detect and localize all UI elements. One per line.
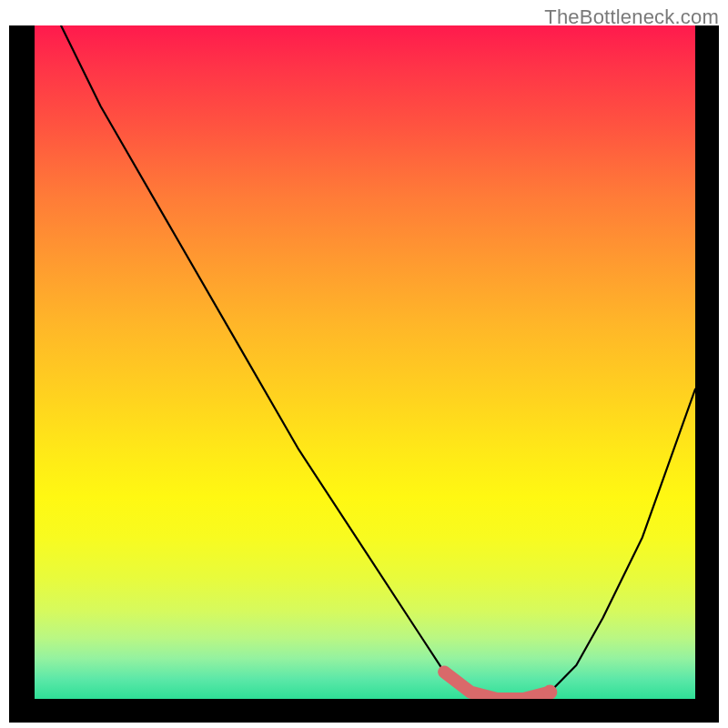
watermark-text: TheBottleneck.com	[544, 5, 719, 29]
bottleneck-curve	[61, 25, 695, 699]
curve-svg	[35, 25, 695, 699]
sweet-spot-highlight	[444, 672, 550, 699]
sweet-spot-end-marker	[542, 685, 557, 699]
chart-frame: TheBottleneck.com	[0, 0, 728, 728]
plot-outer-black-border	[9, 25, 719, 723]
plot-area	[35, 25, 695, 699]
